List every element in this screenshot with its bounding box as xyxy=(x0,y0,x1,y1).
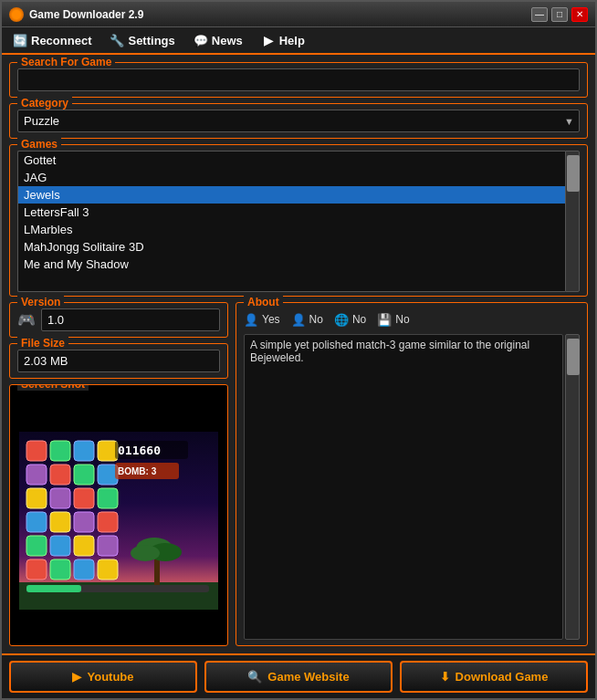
menu-reconnect-label: Reconnect xyxy=(31,34,91,47)
svg-rect-6 xyxy=(26,441,47,461)
menu-news-label: News xyxy=(212,34,243,47)
category-group: Category Puzzle Action Strategy Adventur… xyxy=(9,103,588,139)
about-legend: About xyxy=(244,296,283,308)
footer-buttons: ▶ Youtube 🔍 Game Website ⬇ Download Game xyxy=(2,653,595,698)
main-window: Game Downloader 2.9 — □ ✕ 🔄 Reconnect 🔧 … xyxy=(0,0,597,700)
flag-icon-1: 👤 xyxy=(291,312,306,327)
youtube-label: Youtube xyxy=(87,670,133,684)
filesize-group: File Size xyxy=(9,343,228,379)
about-flag-2: 🌐 No xyxy=(334,312,366,327)
flag-label-0: Yes xyxy=(262,313,280,326)
svg-rect-35 xyxy=(26,585,81,592)
svg-rect-24 xyxy=(74,536,94,556)
maximize-button[interactable]: □ xyxy=(551,7,568,22)
svg-point-5 xyxy=(131,545,160,561)
game-item-meandmyshadow[interactable]: Me and My Shadow xyxy=(18,256,565,273)
flag-label-2: No xyxy=(352,313,366,326)
version-input[interactable] xyxy=(41,308,220,331)
games-list[interactable]: Gottet JAG Jewels LettersFall 3 LMarbles… xyxy=(17,151,565,292)
about-scrollbar[interactable] xyxy=(565,334,580,640)
filesize-input[interactable] xyxy=(17,350,220,372)
category-legend: Category xyxy=(17,97,72,110)
menu-settings-label: Settings xyxy=(128,34,174,47)
games-scrollbar[interactable] xyxy=(565,151,580,292)
svg-rect-23 xyxy=(50,536,70,556)
youtube-button[interactable]: ▶ Youtube xyxy=(9,661,197,693)
version-group: Version 🎮 xyxy=(9,302,228,338)
screenshot-image: 011660 BOMB: 3 xyxy=(10,391,227,646)
svg-text:011660: 011660 xyxy=(118,444,161,457)
version-legend: Version xyxy=(17,296,64,308)
menu-reconnect[interactable]: 🔄 Reconnect xyxy=(7,31,97,49)
version-icon: 🎮 xyxy=(17,311,36,329)
menu-help-label: Help xyxy=(279,34,305,47)
game-website-button[interactable]: 🔍 Game Website xyxy=(204,661,393,693)
about-section: About 👤 Yes 👤 No 🌐 No xyxy=(236,302,588,646)
download-icon: ⬇ xyxy=(440,670,450,684)
svg-rect-10 xyxy=(26,465,47,485)
app-icon xyxy=(9,7,24,22)
title-bar: Game Downloader 2.9 — □ ✕ xyxy=(2,2,595,27)
flag-icon-3: 💾 xyxy=(377,312,392,327)
game-item-jag[interactable]: JAG xyxy=(18,169,565,186)
menu-help[interactable]: ▶ Help xyxy=(256,31,310,49)
screenshot-box: Screen Shot xyxy=(9,384,228,646)
settings-icon: 🔧 xyxy=(110,33,124,47)
about-flag-1: 👤 No xyxy=(291,312,323,327)
menu-settings[interactable]: 🔧 Settings xyxy=(104,31,180,49)
menu-news[interactable]: 💬 News xyxy=(188,31,248,49)
svg-rect-12 xyxy=(74,465,94,485)
svg-rect-28 xyxy=(74,559,94,580)
close-button[interactable]: ✕ xyxy=(571,7,588,22)
about-description: A simple yet polished match-3 game simil… xyxy=(244,334,563,640)
svg-rect-8 xyxy=(74,441,94,461)
about-flags: 👤 Yes 👤 No 🌐 No 💾 No xyxy=(244,308,580,327)
screenshot-legend: Screen Shot xyxy=(17,384,89,391)
minimize-button[interactable]: — xyxy=(531,7,548,22)
right-column: About 👤 Yes 👤 No 🌐 No xyxy=(236,302,588,646)
svg-rect-11 xyxy=(50,465,70,485)
left-column: Version 🎮 File Size Screen Shot xyxy=(9,302,228,646)
game-item-lettersfall3[interactable]: LettersFall 3 xyxy=(18,204,565,221)
svg-rect-20 xyxy=(74,512,94,532)
games-legend: Games xyxy=(17,138,61,151)
flag-icon-0: 👤 xyxy=(244,312,258,327)
bottom-row: Version 🎮 File Size Screen Shot xyxy=(9,302,588,646)
svg-rect-15 xyxy=(50,488,70,508)
news-icon: 💬 xyxy=(194,33,208,47)
svg-rect-18 xyxy=(26,512,47,532)
svg-rect-14 xyxy=(26,488,47,508)
reconnect-icon: 🔄 xyxy=(13,33,27,47)
svg-rect-25 xyxy=(98,536,118,556)
game-item-jewels[interactable]: Jewels xyxy=(18,186,565,204)
game-item-gottet[interactable]: Gottet xyxy=(18,151,565,169)
youtube-icon: ▶ xyxy=(72,670,81,684)
category-select[interactable]: Puzzle Action Strategy Adventure Sports xyxy=(17,110,580,132)
menu-bar: 🔄 Reconnect 🔧 Settings 💬 News ▶ Help xyxy=(2,27,595,55)
svg-rect-21 xyxy=(98,512,118,532)
svg-rect-19 xyxy=(50,512,70,532)
game-screenshot-svg: 011660 BOMB: 3 xyxy=(19,432,218,610)
games-group: Games Gottet JAG Jewels LettersFall 3 LM… xyxy=(9,144,588,297)
about-scrollbar-thumb[interactable] xyxy=(567,339,580,375)
download-label: Download Game xyxy=(456,670,549,684)
svg-text:BOMB: 3: BOMB: 3 xyxy=(118,466,157,476)
svg-rect-7 xyxy=(50,441,70,461)
svg-rect-17 xyxy=(98,488,118,508)
game-website-icon: 🔍 xyxy=(247,670,262,684)
svg-rect-22 xyxy=(26,536,47,556)
games-scrollbar-thumb[interactable] xyxy=(567,155,580,192)
search-input[interactable] xyxy=(17,68,580,91)
flag-label-1: No xyxy=(309,313,323,326)
svg-rect-27 xyxy=(50,559,70,580)
svg-rect-13 xyxy=(98,465,118,485)
window-controls: — □ ✕ xyxy=(531,7,588,22)
search-group: Search For Game xyxy=(9,62,588,98)
svg-rect-26 xyxy=(26,559,47,580)
game-item-mahjongg[interactable]: MahJongg Solitaire 3D xyxy=(18,238,565,256)
download-game-button[interactable]: ⬇ Download Game xyxy=(400,661,588,693)
window-title: Game Downloader 2.9 xyxy=(29,8,531,21)
game-item-lmarbles[interactable]: LMarbles xyxy=(18,221,565,238)
flag-icon-2: 🌐 xyxy=(334,312,349,327)
filesize-legend: File Size xyxy=(17,337,68,350)
